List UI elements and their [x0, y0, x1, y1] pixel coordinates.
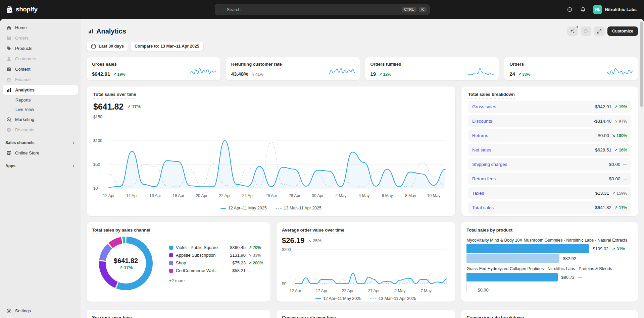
- channel-swatch: [169, 253, 173, 257]
- breakdown-row-discounts[interactable]: Discounts-$314.40↘ 97%: [468, 115, 631, 127]
- breakdown-row-return-fees[interactable]: Return fees$0.00—: [468, 173, 631, 185]
- metric-sparkline: [329, 67, 355, 77]
- aov-value: $26.19: [282, 236, 304, 245]
- sparkle-insights-button[interactable]: [567, 26, 578, 36]
- expand-button[interactable]: [594, 26, 605, 36]
- sidebar-item-orders: Orders: [3, 33, 78, 43]
- breakdown-value: $0.00: [609, 162, 621, 167]
- date-range-button[interactable]: Last 30 days: [87, 42, 128, 51]
- marketing-icon: [6, 117, 12, 122]
- discounts-icon: [6, 127, 12, 133]
- delta-badge: ↗ 33%: [518, 72, 530, 77]
- svg-text:$50: $50: [93, 162, 100, 167]
- metric-title[interactable]: Orders: [509, 62, 524, 68]
- scrollbar[interactable]: [640, 21, 643, 107]
- breakdown-value: $0.00: [598, 133, 609, 138]
- svg-text:14 Apr: 14 Apr: [126, 193, 138, 198]
- channel-title[interactable]: Total sales by sales channel: [92, 228, 150, 234]
- card-title[interactable]: Sessions over time: [92, 315, 132, 318]
- product-bar-current[interactable]: [466, 273, 558, 281]
- sidebar-item-marketing[interactable]: Marketing: [3, 114, 78, 124]
- shopify-logo[interactable]: S shopify: [5, 5, 38, 14]
- breakdown-label[interactable]: Gross sales: [472, 104, 496, 109]
- sidebar-section-apps[interactable]: Apps: [0, 161, 81, 171]
- metric-card-returning-customer-rate[interactable]: Returning customer rate43.48%↘ 41%: [226, 57, 360, 80]
- breakdown-label[interactable]: Return fees: [472, 176, 496, 181]
- search-input[interactable]: Search CTRL K: [215, 4, 430, 15]
- svg-text:$0: $0: [282, 282, 287, 287]
- store-menu[interactable]: NL Nitrolithic Labs: [591, 4, 639, 15]
- metric-card-orders-fulfilled[interactable]: Orders fulfilled19↗ 12%: [365, 57, 499, 80]
- product-bar-previous[interactable]: [466, 254, 559, 263]
- chart-title-total-sales[interactable]: Total sales over time: [93, 92, 136, 99]
- notifications-button[interactable]: [578, 4, 588, 15]
- metric-value: 19: [370, 71, 376, 77]
- sidekick-button[interactable]: [564, 4, 575, 15]
- delta-badge: ↘ 100%: [612, 133, 627, 138]
- customize-button[interactable]: Customize: [607, 26, 638, 36]
- breakdown-label[interactable]: Shipping charges: [472, 162, 507, 167]
- product-bar-current[interactable]: [466, 244, 589, 253]
- breakdown-label[interactable]: Returns: [472, 133, 488, 138]
- delta-badge: ↗ 19%: [614, 104, 627, 109]
- products-title[interactable]: Total sales by product: [466, 228, 512, 234]
- delta-badge: ↗ 159%: [612, 191, 627, 196]
- sidebar-section-sales-channels[interactable]: Sales channels: [0, 138, 81, 147]
- delta-badge: ↗ 12%: [379, 72, 391, 77]
- more-channels-link[interactable]: +2 more: [169, 278, 264, 283]
- breakdown-row-taxes[interactable]: Taxes$13.31↗ 159%: [468, 187, 631, 199]
- total-sales-breakdown-card: Total sales breakdown Gross sales$942.91…: [461, 86, 638, 216]
- metric-value: 24: [509, 71, 515, 77]
- sidebar-item-settings[interactable]: Settings: [3, 305, 78, 316]
- legend-solid-sample: [220, 208, 226, 209]
- total-sales-line-svg: $150$100$50$012 Apr14 Apr16 Apr18 Apr20 …: [93, 113, 449, 203]
- breakdown-value: $628.51: [595, 147, 611, 152]
- product-bar-zero: $0.00: [466, 282, 633, 293]
- sidebar-item-label: Customers: [15, 56, 36, 61]
- channel-swatch: [169, 269, 173, 273]
- breakdown-row-shipping-charges[interactable]: Shipping charges$0.00—: [468, 158, 631, 171]
- metric-title[interactable]: Gross sales: [92, 62, 117, 68]
- settings-icon: [6, 308, 12, 314]
- breakdown-title[interactable]: Total sales breakdown: [468, 92, 514, 99]
- sidebar-item-products[interactable]: Products: [3, 43, 78, 53]
- breakdown-label[interactable]: Net sales: [472, 147, 491, 152]
- sidebar-item-label: Orders: [15, 36, 29, 41]
- main-content: Analytics Customize Last 30 days Compare…: [81, 19, 644, 318]
- average-order-value-card: Average order value over time $26.19 ↘ 2…: [277, 222, 455, 302]
- delta-badge: ↗ 17%: [614, 205, 627, 210]
- sidebar-item-analytics[interactable]: Analytics: [3, 85, 78, 95]
- compare-button[interactable]: Compare to: 13 Mar–11 Apr 2025: [131, 42, 203, 51]
- card-title[interactable]: Conversion rate breakdown: [466, 315, 524, 318]
- svg-text:27 Apr: 27 Apr: [368, 289, 380, 293]
- breakdown-label[interactable]: Total sales: [472, 205, 494, 210]
- refresh-button[interactable]: [581, 26, 591, 36]
- metric-title[interactable]: Orders fulfilled: [370, 62, 401, 68]
- analytics-title-icon: [88, 28, 94, 34]
- breakdown-label[interactable]: Taxes: [472, 191, 484, 196]
- breakdown-row-total-sales[interactable]: Total sales$641.82↗ 17%: [468, 201, 631, 214]
- metric-card-orders[interactable]: Orders24↗ 33%: [504, 57, 638, 80]
- sidebar-item-online-store[interactable]: Online Store: [3, 148, 78, 158]
- kbd-ctrl: CTRL: [402, 7, 416, 12]
- delta-badge: —: [623, 177, 627, 181]
- metric-title[interactable]: Returning customer rate: [231, 62, 282, 68]
- sidebar-item-finance: Finance: [3, 74, 78, 84]
- brand-wordmark: shopify: [16, 6, 38, 13]
- products-icon: [6, 46, 12, 51]
- sidebar-item-reports[interactable]: Reports: [3, 95, 78, 105]
- breakdown-row-net-sales[interactable]: Net sales$628.51↗ 16%: [468, 144, 631, 156]
- metric-card-gross-sales[interactable]: Gross sales$942.91↗ 19%: [87, 57, 220, 80]
- card-title[interactable]: Conversion rate over time: [282, 315, 336, 318]
- aov-title[interactable]: Average order value over time: [282, 228, 344, 234]
- product-bar-value: $80.73: [561, 275, 575, 280]
- sidebar-item-content[interactable]: Content: [3, 64, 78, 74]
- topbar: S shopify Search CTRL K NL Nitrolithic L…: [0, 0, 644, 19]
- delta-badge: ↗ 70%: [248, 245, 264, 250]
- sidebar-item-live-view[interactable]: Live View: [3, 105, 78, 114]
- sidebar-item-home[interactable]: Home: [3, 22, 78, 33]
- svg-text:17 Apr: 17 Apr: [316, 289, 328, 293]
- breakdown-row-gross-sales[interactable]: Gross sales$942.91↗ 19%: [468, 101, 631, 113]
- breakdown-row-returns[interactable]: Returns$0.00↘ 100%: [468, 129, 631, 142]
- breakdown-label[interactable]: Discounts: [472, 119, 492, 124]
